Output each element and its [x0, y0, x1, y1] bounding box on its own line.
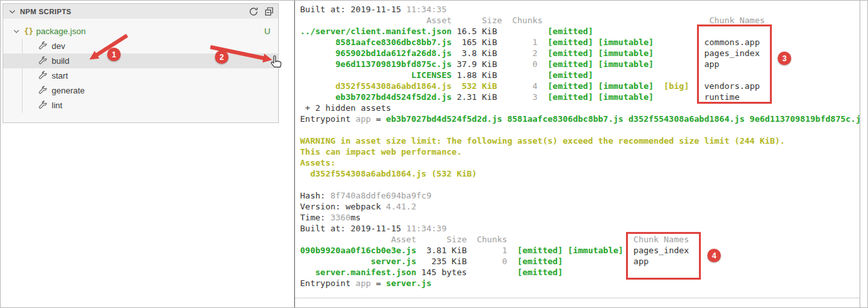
npm-scripts-section-header[interactable]: NPM SCRIPTS — [3, 4, 278, 19]
terminal-pane: Built at: 2019-11-15 11:34:35 Asset Size… — [294, 1, 860, 308]
tree-item-script-generate[interactable]: generate — [3, 83, 278, 98]
annotation-box-3 — [697, 24, 772, 104]
tree-item-script-start[interactable]: start — [3, 68, 278, 83]
terminal-bottom-divider — [295, 298, 860, 298]
vscode-window: NPM SCRIPTS {} — [0, 0, 868, 308]
annotation-badge-2: 2 — [215, 50, 228, 64]
script-label: generate — [52, 86, 85, 95]
script-label: start — [52, 71, 68, 81]
tree-item-script-lint[interactable]: lint — [3, 98, 278, 113]
terminal-output: Built at: 2019-11-15 11:34:35 Asset Size… — [295, 1, 860, 289]
script-label: build — [52, 56, 69, 66]
wrench-icon — [38, 86, 48, 95]
git-untracked-badge: U — [265, 26, 270, 36]
tree-item-package-json[interactable]: {} package.json U — [3, 24, 278, 39]
script-label: dev — [52, 41, 65, 51]
panel-title: NPM SCRIPTS — [20, 8, 247, 15]
npm-scripts-tree: {} package.json U dev build start — [3, 24, 278, 113]
wrench-icon — [38, 101, 48, 110]
collapse-all-icon — [264, 6, 274, 17]
collapse-all-button[interactable] — [263, 5, 276, 18]
wrench-icon — [38, 41, 48, 51]
refresh-button[interactable] — [247, 5, 260, 18]
hand-cursor-icon — [268, 54, 284, 72]
json-file-icon: {} — [23, 27, 34, 36]
annotation-badge-4: 4 — [707, 249, 721, 262]
chevron-down-icon — [8, 7, 17, 16]
script-label: lint — [52, 101, 63, 110]
annotation-box-4 — [626, 232, 701, 280]
chevron-down-icon — [12, 27, 21, 35]
wrench-icon — [38, 56, 48, 66]
annotation-arrow-1 — [77, 29, 134, 69]
refresh-icon — [248, 6, 259, 17]
annotation-badge-1: 1 — [107, 48, 121, 61]
wrench-icon — [38, 71, 48, 81]
annotation-badge-3: 3 — [778, 52, 791, 65]
